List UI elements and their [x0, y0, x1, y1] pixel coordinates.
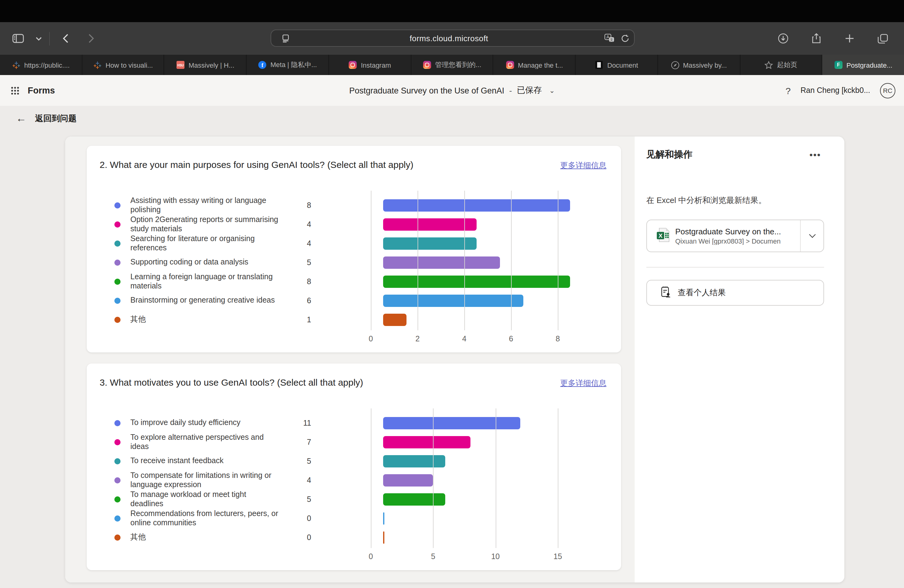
bar — [383, 256, 500, 269]
forward-icon[interactable] — [81, 29, 101, 47]
back-to-questions[interactable]: ← 返回到问题 — [0, 106, 904, 132]
browser-tab[interactable]: How to visuali... — [82, 55, 164, 75]
more-details-link[interactable]: 更多详细信息 — [560, 161, 606, 171]
bar-track — [383, 275, 570, 288]
tab-label: Massively by... — [683, 61, 727, 69]
bar-chart: To improve daily study efficiency11To ex… — [100, 413, 606, 564]
option-label: To explore alternative perspectives and … — [120, 433, 280, 451]
back-icon[interactable] — [55, 29, 76, 47]
sidebar-toggle-icon[interactable] — [7, 29, 28, 47]
title-separator: - — [509, 86, 512, 95]
panel-description: 在 Excel 中分析和浏览最新结果。 — [646, 195, 833, 206]
tab-label: Massively | H... — [188, 61, 234, 69]
legend-dot-icon — [114, 316, 120, 322]
browser-tab[interactable]: https://public.... — [0, 55, 82, 75]
bar-track — [383, 436, 570, 448]
option-label: 其他 — [120, 533, 280, 542]
new-tab-icon[interactable] — [839, 29, 860, 47]
more-details-link[interactable]: 更多详细信息 — [560, 378, 606, 389]
view-individual-results-label: 查看个人结果 — [678, 287, 725, 298]
browser-tab[interactable]: HSUMassively | H... — [164, 55, 247, 75]
chart-row: Assisting with essay writing or language… — [100, 196, 606, 215]
browser-tab[interactable]: Document — [575, 55, 658, 75]
chart-row: Supporting coding or data analysis5 — [100, 253, 606, 272]
help-icon[interactable]: ? — [785, 85, 791, 96]
bar — [383, 436, 471, 448]
downloads-icon[interactable] — [773, 29, 793, 47]
results-container: 2. What are your main purposes for using… — [65, 136, 844, 582]
browser-tab[interactable]: FPostgraduate... — [822, 55, 904, 75]
legend-dot-icon — [114, 477, 120, 483]
bar — [383, 294, 523, 307]
instagram-icon — [349, 60, 357, 69]
avatar[interactable]: RC — [880, 83, 895, 98]
axis-tick-label: 0 — [369, 335, 373, 343]
excel-file-name: Postgraduate Survey on the... — [675, 227, 781, 236]
bar-track — [383, 218, 570, 230]
document-title[interactable]: Postgraduate Survey on the Use of GenAI … — [349, 85, 555, 96]
excel-file-card[interactable]: X Postgraduate Survey on the... Qixuan W… — [646, 220, 824, 252]
panel-more-icon[interactable]: ••• — [806, 149, 825, 160]
bar-track — [383, 313, 570, 326]
app-launcher-icon[interactable] — [7, 82, 23, 98]
bar — [383, 417, 520, 429]
option-count: 5 — [280, 495, 311, 503]
bar — [383, 313, 406, 326]
back-link-label: 返回到问题 — [35, 113, 77, 124]
option-label: Assisting with essay writing or language… — [120, 196, 280, 214]
bar-track — [383, 493, 570, 505]
charts-column: 2. What are your main purposes for using… — [65, 136, 635, 582]
browser-tab[interactable]: Instagram — [329, 55, 411, 75]
reload-icon[interactable] — [617, 29, 633, 47]
reader-view-icon[interactable] — [275, 29, 296, 47]
title-chevron-icon[interactable]: ⌄ — [549, 87, 555, 95]
option-label: To receive instant feedback — [120, 456, 280, 466]
option-count: 1 — [280, 315, 311, 324]
option-label: Supporting coding or data analysis — [120, 258, 280, 267]
legend-dot-icon — [114, 297, 120, 303]
bar — [383, 474, 433, 486]
share-icon[interactable] — [806, 29, 827, 47]
chart-row: 其他0 — [100, 528, 606, 547]
option-label: To improve daily study efficiency — [120, 418, 280, 427]
option-count: 6 — [280, 296, 311, 305]
tab-label: 起始页 — [777, 60, 797, 70]
option-count: 11 — [280, 419, 311, 427]
browser-tab[interactable]: Manage the t... — [493, 55, 575, 75]
forms-icon: F — [834, 60, 843, 69]
back-arrow-icon[interactable]: ← — [16, 112, 27, 125]
hsu-icon: HSU — [176, 60, 185, 69]
compass-icon — [671, 60, 679, 69]
facebook-icon: f — [258, 60, 267, 69]
account-name[interactable]: Ran Cheng [kckb0... — [800, 86, 870, 95]
axis-tick-label: 4 — [462, 335, 466, 343]
survey-title: Postgraduate Survey on the Use of GenAI — [349, 86, 504, 95]
browser-tab[interactable]: Massively by... — [658, 55, 740, 75]
translate-icon[interactable]: A 文 — [602, 29, 617, 47]
svg-text:A: A — [606, 35, 609, 40]
bar-track — [383, 237, 570, 250]
chart-row: Brainstorming or generating creative ide… — [100, 291, 606, 310]
bar — [383, 199, 570, 211]
tab-overview-icon[interactable] — [872, 29, 893, 47]
question-card: 2. What are your main purposes for using… — [87, 146, 621, 352]
tab-label: Instagram — [361, 61, 391, 69]
option-label: Brainstorming or generating creative ide… — [120, 296, 280, 305]
document-icon — [595, 60, 604, 69]
bar-track — [383, 199, 570, 211]
view-individual-results-button[interactable]: 查看个人结果 — [646, 280, 824, 306]
option-label: Recommendations from lecturers, peers, o… — [120, 509, 280, 528]
excel-dropdown-chevron-icon[interactable] — [800, 220, 823, 251]
chart-row: To receive instant feedback5 — [100, 452, 606, 471]
chart-row: Learning a foreign language or translati… — [100, 272, 606, 291]
browser-tab[interactable]: 管理您看到的... — [411, 55, 493, 75]
browser-tab[interactable]: 起始页 — [740, 55, 822, 75]
saved-status: 已保存 — [517, 85, 542, 96]
option-count: 8 — [280, 277, 311, 286]
chart-rows: To improve daily study efficiency11To ex… — [100, 413, 606, 547]
sidebar-chevron-icon[interactable] — [33, 29, 44, 47]
star-icon — [765, 60, 773, 69]
browser-tab[interactable]: fMeta | 隐私中... — [247, 55, 329, 75]
bar — [383, 237, 477, 250]
address-bar[interactable]: forms.cloud.microsoft A 文 — [270, 30, 635, 47]
